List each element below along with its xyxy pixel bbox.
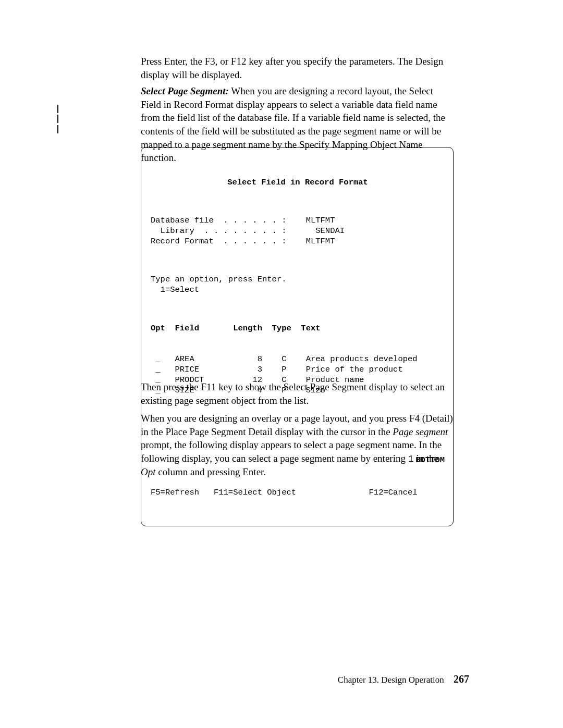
screen-title: Select Field in Record Format	[151, 178, 445, 188]
revision-bar	[57, 125, 58, 133]
screen-column-headers: Opt Field Length Type Text	[151, 324, 445, 334]
screen-function-keys: F5=Refresh F11=Select Object F12=Cancel	[151, 488, 445, 498]
text-segment: prompt, the following display appears to…	[141, 439, 442, 464]
paragraph-text: Press Enter, the F3, or F12 key after yo…	[141, 55, 454, 81]
text-segment: in the	[413, 453, 438, 464]
footer-page-number: 267	[454, 673, 469, 685]
screen-header-lines: Database file . . . . . . : MLTFMT Libra…	[151, 216, 445, 246]
mono-term: 1	[408, 454, 414, 464]
revision-bar	[57, 115, 58, 123]
paragraph-text: Then press the F11 key to show the Selec…	[141, 380, 454, 407]
footer-chapter: Chapter 13. Design Operation	[338, 675, 444, 685]
paragraph-text: When you are designing an overlay or a p…	[141, 412, 454, 479]
page: Press Enter, the F3, or F12 key after yo…	[0, 0, 563, 728]
screen-prompt: Type an option, press Enter. 1=Select	[151, 275, 445, 295]
section-label: Select Page Segment:	[141, 85, 229, 96]
italic-term: Opt	[141, 466, 156, 477]
f11-paragraph: Then press the F11 key to show the Selec…	[141, 380, 454, 416]
text-segment: column and pressing Enter.	[156, 466, 266, 477]
italic-term: Page segment	[393, 426, 448, 437]
revision-bar	[57, 105, 58, 113]
f4-paragraph: When you are designing an overlay or a p…	[141, 412, 454, 488]
page-footer: Chapter 13. Design Operation 267	[338, 672, 469, 686]
